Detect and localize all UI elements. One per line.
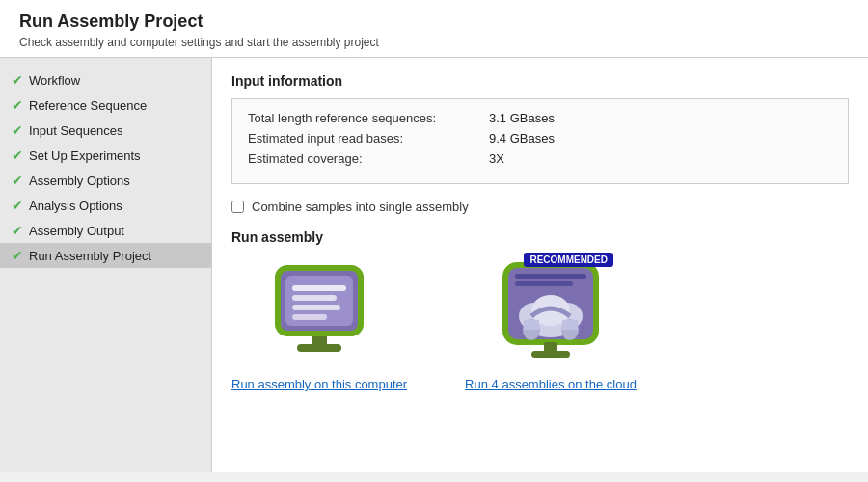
page-subtitle: Check assembly and computer settings and…	[19, 36, 849, 49]
recommended-badge: RECOMMENDED	[524, 253, 613, 267]
input-info-box: Total length reference sequences:3.1 GBa…	[231, 98, 849, 184]
svg-rect-11	[515, 281, 573, 286]
sidebar-item-label: Analysis Options	[29, 199, 122, 213]
sidebar-item-assembly-options[interactable]: ✔Assembly Options	[0, 168, 211, 193]
check-icon: ✔	[12, 198, 23, 213]
check-icon: ✔	[12, 97, 23, 113]
assembly-options: Run assembly on this computer RECOMMENDE…	[231, 260, 849, 391]
info-row-value: 9.4 GBases	[489, 131, 555, 146]
check-icon: ✔	[12, 223, 23, 238]
combine-checkbox[interactable]	[231, 201, 244, 213]
info-row: Total length reference sequences:3.1 GBa…	[248, 111, 832, 125]
sidebar-item-label: Assembly Output	[29, 224, 124, 238]
info-row: Estimated input read bases:9.4 GBases	[248, 131, 832, 146]
sidebar-item-label: Set Up Experiments	[29, 148, 141, 163]
cloud-icon-wrapper: RECOMMENDED	[498, 260, 604, 369]
sidebar-item-assembly-output[interactable]: ✔Assembly Output	[0, 218, 211, 243]
info-row-label: Estimated input read bases:	[248, 131, 489, 146]
info-row-label: Estimated coverage:	[248, 151, 489, 166]
sidebar-item-run-assembly-project[interactable]: ✔Run Assembly Project	[0, 243, 211, 268]
sidebar-item-workflow[interactable]: ✔Workflow	[0, 67, 211, 93]
check-icon: ✔	[12, 147, 23, 163]
svg-rect-19	[562, 320, 578, 330]
info-row-value: 3X	[489, 151, 504, 166]
info-row-label: Total length reference sequences:	[248, 111, 489, 125]
sidebar: ✔Workflow✔Reference Sequence✔Input Seque…	[0, 58, 212, 472]
cloud-assembly-option: RECOMMENDED	[465, 260, 637, 391]
local-icon-wrapper	[266, 260, 372, 369]
cloud-assembly-link[interactable]: Run 4 assemblies on the cloud	[465, 377, 637, 391]
info-row: Estimated coverage:3X	[248, 151, 832, 166]
main-layout: ✔Workflow✔Reference Sequence✔Input Seque…	[0, 58, 868, 472]
sidebar-item-label: Run Assembly Project	[29, 249, 151, 263]
header: Run Assembly Project Check assembly and …	[0, 0, 868, 58]
combine-checkbox-row: Combine samples into single assembly	[231, 200, 849, 214]
svg-rect-7	[297, 344, 341, 352]
run-assembly-section: Run assembly	[231, 229, 849, 391]
svg-rect-2	[292, 285, 346, 291]
computer-icon	[266, 260, 372, 366]
check-icon: ✔	[12, 173, 23, 188]
local-assembly-option: Run assembly on this computer	[231, 260, 407, 391]
svg-rect-21	[531, 351, 570, 358]
sidebar-item-label: Input Sequences	[29, 123, 123, 138]
sidebar-item-label: Reference Sequence	[29, 98, 147, 113]
sidebar-item-reference-sequence[interactable]: ✔Reference Sequence	[0, 93, 211, 118]
svg-rect-17	[524, 320, 539, 330]
svg-rect-10	[515, 274, 586, 279]
page-title: Run Assembly Project	[19, 12, 849, 32]
run-assembly-title: Run assembly	[231, 229, 849, 245]
svg-rect-20	[544, 342, 557, 352]
sidebar-item-label: Assembly Options	[29, 174, 130, 188]
svg-rect-4	[292, 305, 340, 310]
sidebar-item-set-up-experiments[interactable]: ✔Set Up Experiments	[0, 143, 211, 168]
check-icon: ✔	[12, 122, 23, 138]
svg-rect-5	[292, 314, 327, 320]
info-row-value: 3.1 GBases	[489, 111, 555, 125]
check-icon: ✔	[12, 248, 23, 263]
sidebar-item-analysis-options[interactable]: ✔Analysis Options	[0, 193, 211, 218]
sidebar-item-input-sequences[interactable]: ✔Input Sequences	[0, 118, 211, 143]
sidebar-item-label: Workflow	[29, 73, 80, 88]
combine-label[interactable]: Combine samples into single assembly	[252, 200, 469, 214]
local-assembly-link[interactable]: Run assembly on this computer	[231, 377, 407, 391]
svg-rect-3	[292, 295, 337, 301]
content-area: Input information Total length reference…	[212, 58, 868, 472]
input-info-title: Input information	[231, 73, 849, 89]
check-icon: ✔	[12, 72, 23, 88]
cloud-icon	[498, 260, 604, 366]
